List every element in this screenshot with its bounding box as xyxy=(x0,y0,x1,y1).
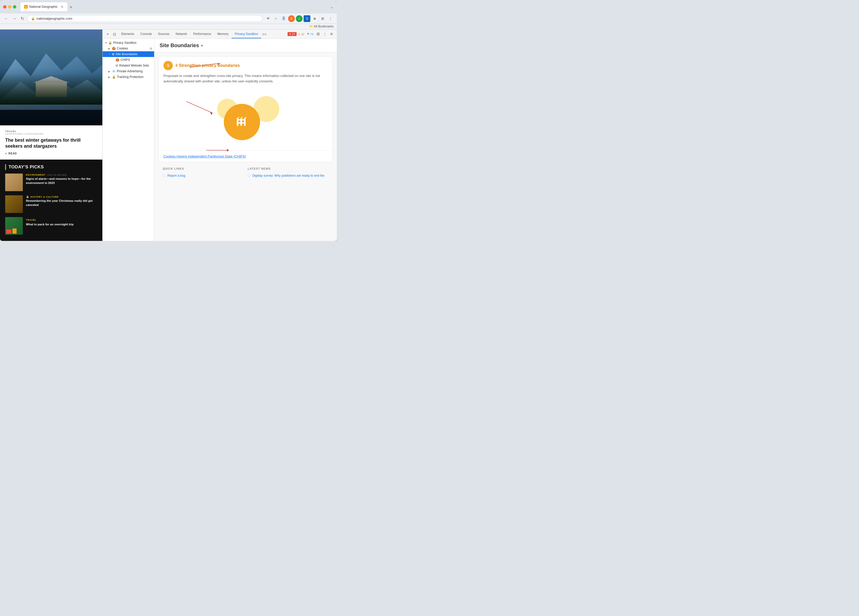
tree-item-related-website-sets[interactable]: ▶ ⊞ Related Website Sets xyxy=(103,63,154,69)
picks-title: TODAY'S PICKS xyxy=(9,164,44,170)
extension-icon5[interactable]: G xyxy=(311,15,318,22)
more-menu-button[interactable]: ⋮ xyxy=(327,15,334,22)
list-item[interactable]: ENVIRONMENT 2023 IN REVIEW Signs of alar… xyxy=(5,174,97,191)
illustration-area xyxy=(159,88,333,150)
extension-icon4[interactable]: S xyxy=(304,15,310,22)
content-area: TRAVEL ADVENTURES EVERYWHERE The best wi… xyxy=(0,30,337,241)
hero-card: TRAVEL ADVENTURES EVERYWHERE The best wi… xyxy=(0,125,102,159)
warn-count-badge[interactable]: ⚠ 32 xyxy=(297,32,306,36)
latest-news-text: Digiday survey: Why publishers are ready… xyxy=(252,174,324,177)
tab-memory[interactable]: Memory xyxy=(214,30,231,38)
hero-overlay xyxy=(0,30,102,125)
tree-item-chips[interactable]: ▶ 🍪 CHIPS xyxy=(103,57,154,63)
site-boundaries-card: S # Strengthen privacy boundaries Propos… xyxy=(159,56,333,162)
extension-icon3[interactable]: ✓ xyxy=(296,15,303,22)
back-button[interactable]: ← xyxy=(3,15,9,22)
info-count: 74 xyxy=(310,33,314,36)
list-item[interactable]: 🔒 HISTORY & CULTURE Remembering the year… xyxy=(5,195,97,213)
tab-close-button[interactable]: ✕ xyxy=(61,5,64,9)
quick-links-title: QUICK LINKS xyxy=(163,167,244,170)
latest-news-col: LATEST NEWS Digiday survey: Why publishe… xyxy=(248,167,328,178)
site-boundaries-title: Site Boundaries xyxy=(159,42,199,48)
hero-subcategory: ADVENTURES EVERYWHERE xyxy=(5,133,97,135)
picks-accent-bar xyxy=(5,164,6,170)
nav-icons: 👁 ☆ 🗄 ⚡ ✓ S G ⊞ ⋮ xyxy=(265,15,334,22)
list-dot-icon xyxy=(163,174,165,177)
svg-marker-11 xyxy=(237,117,239,118)
quick-links-item[interactable]: Report a bug xyxy=(163,173,244,178)
tab-network[interactable]: Network xyxy=(173,30,190,38)
minimize-window-button[interactable] xyxy=(8,5,11,9)
warn-triangle-icon: ⚠ xyxy=(298,32,300,36)
devtools-panel: ⌖ ⊡ Elements Console Sources Network Per… xyxy=(102,30,337,241)
reload-button[interactable]: ↻ xyxy=(20,15,25,22)
tab-elements[interactable]: Elements xyxy=(118,30,137,38)
site-boundaries-icon-circle: S xyxy=(164,61,173,70)
hero-read-link[interactable]: ≡ READ xyxy=(5,152,97,155)
webpage-panel: TRAVEL ADVENTURES EVERYWHERE The best wi… xyxy=(0,30,102,241)
address-bar[interactable]: 🔒 nationalgeographic.com xyxy=(27,15,263,22)
tree-label: Tracking Protection xyxy=(117,75,144,79)
tree-label: CHIPS xyxy=(120,58,130,62)
info-count-badge[interactable]: ⚑ 74 xyxy=(306,32,315,36)
list-item[interactable]: TRAVEL What to pack for an overnight tri… xyxy=(5,217,97,235)
tree-label: Site Boundaries xyxy=(116,52,137,56)
sandbox-icon: 🔒 xyxy=(108,41,112,45)
pick-category: ENVIRONMENT xyxy=(26,174,45,176)
forward-button[interactable]: → xyxy=(11,15,18,22)
tab-bar: N National Geographic ✕ + xyxy=(20,2,328,11)
info-flag-icon: ⚑ xyxy=(307,32,309,36)
list-item[interactable]: ANIMALS xyxy=(5,239,97,241)
error-count-badge[interactable]: ✕ 27 xyxy=(287,32,296,36)
devtools-body: ▼ 🔒 Privacy Sandbox ▶ 🍪 Cookies ⊞ ▼ xyxy=(103,39,337,241)
active-tab[interactable]: N National Geographic ✕ xyxy=(20,2,67,11)
related-sets-icon: ⊞ xyxy=(116,64,118,67)
tree-item-privacy-sandbox[interactable]: ▼ 🔒 Privacy Sandbox xyxy=(103,40,154,45)
hero-category: TRAVEL xyxy=(5,130,97,133)
pick-content: TRAVEL What to pack for an overnight tri… xyxy=(26,217,97,227)
card-header: S # Strengthen privacy boundaries xyxy=(159,57,333,73)
pick-category-sub: 2023 IN REVIEW xyxy=(47,174,67,176)
latest-news-item[interactable]: Digiday survey: Why publishers are ready… xyxy=(248,173,328,178)
devtools-more-button[interactable]: ⋮ xyxy=(322,31,328,37)
extension-icon6[interactable]: ⊞ xyxy=(319,15,326,22)
devtools-settings-button[interactable]: ⚙ xyxy=(315,31,322,38)
warn-count: 32 xyxy=(301,33,305,36)
close-window-button[interactable] xyxy=(3,5,6,9)
tab-sources[interactable]: Sources xyxy=(155,30,173,38)
pick-thumbnail-travel xyxy=(5,217,23,235)
main-content-panel: Site Boundaries ▾ xyxy=(155,39,337,241)
bottom-section: QUICK LINKS Report a bug LATEST NEWS xyxy=(159,163,333,183)
tab-console[interactable]: Console xyxy=(137,30,155,38)
maximize-window-button[interactable] xyxy=(13,5,16,9)
device-toggle-button[interactable]: ⊡ xyxy=(111,31,118,38)
cookies-expand-icon[interactable]: ⊞ xyxy=(150,47,152,50)
extension-icon1[interactable]: 🗄 xyxy=(280,15,287,22)
svg-marker-13 xyxy=(245,117,246,118)
chips-link[interactable]: Cookies Having Independent Partitioned S… xyxy=(164,155,246,158)
arrow-down-icon: ▼ xyxy=(108,53,112,56)
bookmark-icon[interactable]: ☆ xyxy=(273,15,279,22)
hero-title[interactable]: The best winter getaways for thrill seek… xyxy=(5,137,97,149)
read-label: READ xyxy=(9,152,17,155)
new-tab-button[interactable]: + xyxy=(67,4,74,11)
error-x-icon: ✕ xyxy=(289,32,291,36)
extension-icon2[interactable]: ⚡ xyxy=(288,15,295,22)
tree-item-cookies[interactable]: ▶ 🍪 Cookies ⊞ xyxy=(103,45,154,51)
eye-slash-icon[interactable]: 👁 xyxy=(265,15,272,22)
devtools-close-button[interactable]: ✕ xyxy=(328,31,335,38)
tree-item-private-advertising[interactable]: ▶ 📧 Private Advertising xyxy=(103,69,154,74)
tab-favicon: N xyxy=(24,5,28,9)
tab-privacy-sandbox[interactable]: Privacy Sandbox xyxy=(231,30,261,38)
tab-performance[interactable]: Performance xyxy=(190,30,214,38)
hash-icon: # xyxy=(175,63,179,67)
pick-title: Signs of alarm—and reasons to hope—for t… xyxy=(26,177,97,185)
more-tabs-button[interactable]: >> xyxy=(261,31,267,38)
devtools-toolbar: ⌖ ⊡ Elements Console Sources Network Per… xyxy=(103,30,337,39)
dropdown-arrow-icon[interactable]: ▾ xyxy=(201,44,203,48)
pick-thumbnail-env xyxy=(5,174,23,191)
svg-rect-9 xyxy=(237,119,245,120)
cursor-tool-button[interactable]: ⌖ xyxy=(105,30,111,38)
tree-item-site-boundaries[interactable]: ▼ ⊞ Site Boundaries xyxy=(103,51,154,57)
tree-item-tracking-protection[interactable]: ▶ 🔒 Tracking Protection xyxy=(103,74,154,80)
